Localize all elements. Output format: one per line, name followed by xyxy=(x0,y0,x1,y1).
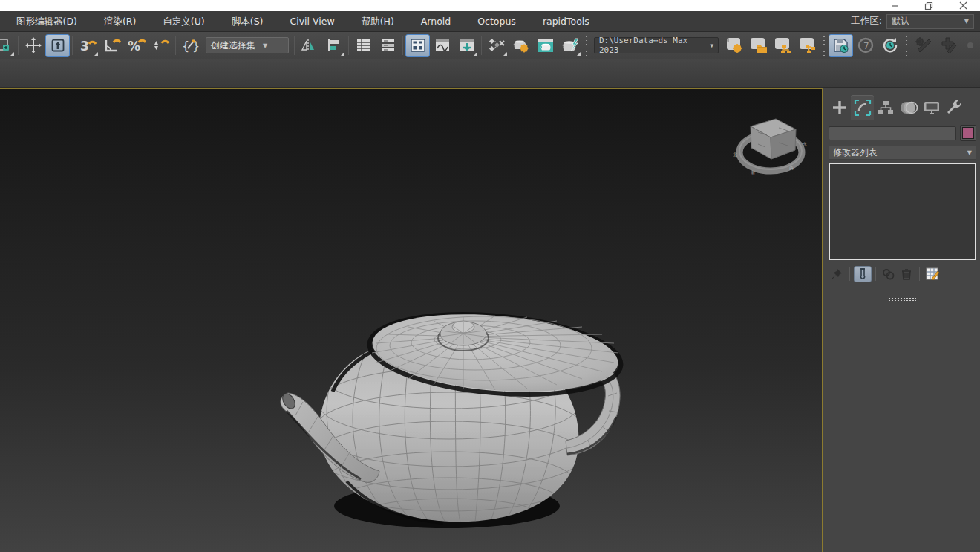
workspace-label: 工作区: xyxy=(851,15,882,27)
tab-hierarchy[interactable] xyxy=(874,95,897,120)
script-hierarchy-icon xyxy=(774,36,793,54)
spinner-snap-icon xyxy=(152,37,170,53)
disabled-add-tool-button xyxy=(935,34,960,57)
tab-create[interactable] xyxy=(828,95,851,120)
history-clock-icon xyxy=(881,36,900,54)
menu-rapidtools[interactable]: rapidTools xyxy=(529,11,603,31)
mirror-button[interactable] xyxy=(297,34,321,57)
tab-modify[interactable] xyxy=(851,95,874,120)
snap-toggle-button[interactable]: 3 xyxy=(75,34,99,57)
script-gear-icon xyxy=(725,36,744,54)
menu-customize[interactable]: 自定义(U) xyxy=(149,11,218,31)
teapot-object[interactable] xyxy=(276,307,633,537)
chevron-down-icon: ▼ xyxy=(263,42,267,49)
svg-text:3: 3 xyxy=(80,39,89,53)
render-teapot-icon xyxy=(561,37,580,53)
spinner-snap-button[interactable] xyxy=(148,34,173,57)
toolbar-dotted-separator xyxy=(905,35,908,56)
script-nodes-button[interactable] xyxy=(795,34,820,57)
divider-grip-dots xyxy=(888,297,916,302)
layer-explorer-icon xyxy=(380,38,396,53)
stack-toolbar-separator xyxy=(919,267,920,281)
select-object-icon xyxy=(50,38,65,53)
save-scene-button[interactable] xyxy=(829,34,853,57)
chevron-down-icon: ▼ xyxy=(710,42,713,49)
trash-icon xyxy=(901,268,912,280)
workspace-value: 默认 xyxy=(892,15,909,27)
schematic-view-icon xyxy=(459,38,475,53)
select-and-link-button[interactable] xyxy=(0,34,16,57)
menu-arnold[interactable]: Arnold xyxy=(408,11,464,31)
edit-named-selection-sets-button[interactable]: {} xyxy=(178,34,203,57)
version-badge-button[interactable]: 7 xyxy=(853,34,878,57)
menu-graph-editors[interactable]: 图形编辑器(D) xyxy=(3,11,91,31)
svg-text:南: 南 xyxy=(751,169,755,175)
object-color-button[interactable] xyxy=(960,125,976,141)
material-editor-button[interactable] xyxy=(484,34,509,57)
angle-snap-icon xyxy=(103,37,121,53)
configure-modifier-sets-button[interactable] xyxy=(924,266,941,282)
restore-button[interactable] xyxy=(912,0,946,11)
titlebar xyxy=(0,0,980,11)
angle-snap-button[interactable] xyxy=(99,34,124,57)
object-name-row xyxy=(823,120,980,144)
object-name-input[interactable] xyxy=(829,126,956,140)
panel-grip[interactable] xyxy=(823,88,980,94)
rendered-frame-window-button[interactable] xyxy=(533,34,558,57)
pin-icon xyxy=(830,267,843,281)
project-folder-dropdown[interactable]: D:\UserData⋯ds Max 2023 ▼ xyxy=(594,37,719,53)
plus-pen-icon xyxy=(938,36,958,54)
curve-editor-button[interactable] xyxy=(430,34,454,57)
ribbon-icon xyxy=(410,38,426,53)
show-end-result-button[interactable] xyxy=(854,266,872,282)
select-and-link-icon xyxy=(0,38,11,53)
scene-explorer-icon xyxy=(356,38,372,53)
workspace-dropdown[interactable]: 默认 ▼ xyxy=(886,14,974,29)
layer-explorer-button[interactable] xyxy=(376,34,400,57)
remove-modifier-button xyxy=(898,266,915,282)
percent-snap-button[interactable]: % xyxy=(124,34,148,57)
menu-scripting[interactable]: 脚本(S) xyxy=(218,11,277,31)
version-circle-icon: 7 xyxy=(856,36,875,54)
modifier-list-label: 修改器列表 xyxy=(833,146,878,159)
tab-utilities[interactable] xyxy=(943,95,966,120)
render-button[interactable] xyxy=(558,34,582,57)
scene-explorer-button[interactable] xyxy=(351,34,376,57)
menu-help[interactable]: 帮助(H) xyxy=(348,11,408,31)
svg-text:东: 东 xyxy=(803,141,807,146)
named-selection-set-dropdown[interactable]: 创建选择集 ▼ xyxy=(206,37,289,53)
menu-octopus[interactable]: Octopus xyxy=(464,11,529,31)
modifier-stack-list[interactable] xyxy=(829,163,976,260)
scene-history-button[interactable] xyxy=(878,34,902,57)
wrench-gear-icon xyxy=(914,36,933,54)
align-button[interactable] xyxy=(321,34,346,57)
align-icon xyxy=(327,38,342,53)
script-hierarchy-button[interactable] xyxy=(771,34,795,57)
modifier-list-dropdown[interactable]: 修改器列表 ▼ xyxy=(829,146,976,160)
save-clock-icon xyxy=(832,37,850,53)
rollout-divider[interactable] xyxy=(831,297,973,302)
schematic-view-button[interactable] xyxy=(454,34,479,57)
svg-text:{: { xyxy=(182,39,189,53)
disabled-wrench-tool-button xyxy=(911,34,935,57)
select-object-button[interactable] xyxy=(45,34,70,57)
script-gear-button[interactable] xyxy=(722,34,746,57)
perspective-viewport[interactable]: 北 东 南 西 xyxy=(0,88,823,552)
tab-display[interactable] xyxy=(920,95,943,120)
tab-motion[interactable] xyxy=(897,95,920,120)
close-button[interactable] xyxy=(946,0,980,11)
viewcube[interactable]: 北 东 南 西 xyxy=(730,111,811,180)
menu-civil-view[interactable]: Civil View xyxy=(276,11,347,31)
viewport-toolbar-strip xyxy=(0,59,980,88)
toolbar-separator xyxy=(348,36,349,55)
move-icon xyxy=(25,37,42,53)
script-folder-button[interactable] xyxy=(746,34,771,57)
minimize-button[interactable] xyxy=(878,0,912,11)
render-setup-button[interactable] xyxy=(509,34,533,57)
ribbon-toggle-button[interactable] xyxy=(405,34,430,57)
select-and-move-button[interactable] xyxy=(21,34,45,57)
chevron-down-icon: ▼ xyxy=(964,18,969,25)
menu-rendering[interactable]: 渲染(R) xyxy=(91,11,149,31)
curve-editor-icon xyxy=(434,38,451,53)
pin-stack-button[interactable] xyxy=(828,266,846,282)
